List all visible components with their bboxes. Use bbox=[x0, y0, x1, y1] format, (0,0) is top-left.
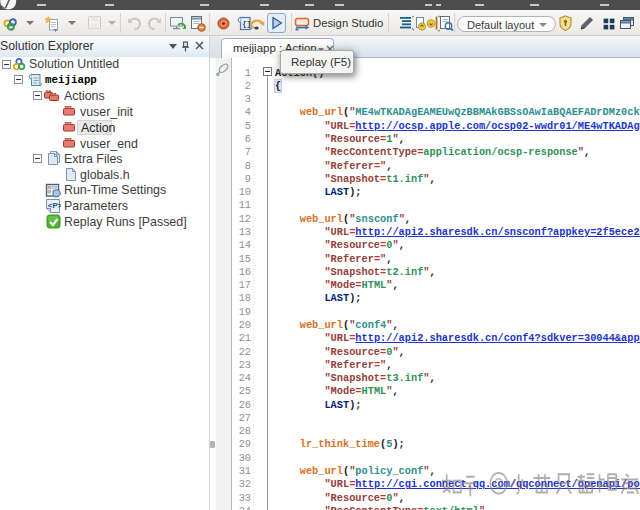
svg-text:<P>: <P> bbox=[48, 200, 61, 209]
